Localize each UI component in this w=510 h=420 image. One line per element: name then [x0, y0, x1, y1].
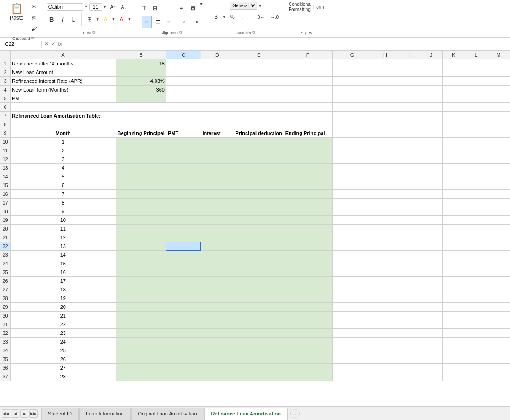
cell-C31[interactable] — [166, 320, 201, 329]
cell-G23[interactable] — [332, 251, 372, 259]
cell-L30[interactable] — [465, 312, 487, 320]
cell-E32[interactable] — [234, 329, 284, 338]
cell-A31[interactable]: 22 — [11, 320, 116, 329]
cell-E31[interactable] — [234, 320, 284, 329]
cell-I4[interactable] — [398, 86, 420, 94]
cell-B36[interactable] — [116, 364, 166, 372]
number-format-select[interactable]: General — [230, 2, 257, 10]
cell-F34[interactable] — [284, 346, 332, 355]
cell-M36[interactable] — [487, 364, 510, 372]
cell-C18[interactable] — [166, 207, 201, 216]
add-sheet-button[interactable]: + — [290, 409, 300, 418]
cell-H12[interactable] — [372, 155, 398, 164]
cell-L13[interactable] — [465, 164, 487, 172]
format-painter-button[interactable]: 🖌 — [29, 24, 39, 34]
cell-D6[interactable] — [201, 103, 234, 112]
cell-K4[interactable] — [442, 86, 465, 94]
cell-I33[interactable] — [398, 338, 420, 346]
cell-H26[interactable] — [372, 277, 398, 285]
cell-I11[interactable] — [398, 146, 420, 155]
col-header-g[interactable]: G — [332, 51, 372, 59]
cell-L8[interactable] — [465, 120, 487, 129]
cell-B19[interactable] — [116, 216, 166, 225]
function-icon[interactable]: fx — [58, 40, 62, 47]
cell-K17[interactable] — [442, 199, 465, 207]
cell-L32[interactable] — [465, 329, 487, 338]
row-header-29[interactable]: 29 — [0, 303, 11, 312]
cell-H31[interactable] — [372, 320, 398, 329]
cell-L33[interactable] — [465, 338, 487, 346]
cell-A5[interactable]: PMT — [11, 94, 116, 103]
cell-J28[interactable] — [420, 294, 443, 303]
formula-input[interactable] — [64, 41, 510, 47]
cell-C17[interactable] — [166, 199, 201, 207]
row-header-36[interactable]: 36 — [0, 364, 11, 372]
alignment-expand-icon[interactable]: ⧉ — [179, 30, 182, 35]
cell-G18[interactable] — [332, 207, 372, 216]
cell-G33[interactable] — [332, 338, 372, 346]
cell-H30[interactable] — [372, 312, 398, 320]
cell-A7[interactable]: Refinanced Loan Amortisation Table: — [11, 112, 116, 120]
cell-C11[interactable] — [166, 146, 201, 155]
cell-L23[interactable] — [465, 251, 487, 259]
cell-D23[interactable] — [201, 251, 234, 259]
cell-I28[interactable] — [398, 294, 420, 303]
cell-I32[interactable] — [398, 329, 420, 338]
cell-B6[interactable] — [116, 103, 166, 112]
wrap-text-button[interactable]: ↵ — [177, 2, 187, 15]
cell-K12[interactable] — [442, 155, 465, 164]
cell-H37[interactable] — [372, 372, 398, 381]
cell-J33[interactable] — [420, 338, 443, 346]
cell-A30[interactable]: 21 — [11, 312, 116, 320]
cell-C6[interactable] — [166, 103, 201, 112]
cell-D24[interactable] — [201, 259, 234, 268]
cell-K33[interactable] — [442, 338, 465, 346]
cell-B16[interactable] — [116, 190, 166, 199]
cell-M19[interactable] — [487, 216, 510, 225]
font-name-dropdown-icon[interactable]: ▼ — [84, 5, 88, 9]
cell-L26[interactable] — [465, 277, 487, 285]
cell-G31[interactable] — [332, 320, 372, 329]
cell-G6[interactable] — [332, 103, 372, 112]
cell-D25[interactable] — [201, 268, 234, 277]
col-header-c[interactable]: C — [166, 51, 201, 59]
cell-I25[interactable] — [398, 268, 420, 277]
cell-D7[interactable] — [201, 112, 234, 120]
cell-D5[interactable] — [201, 94, 234, 103]
cell-D20[interactable] — [201, 225, 234, 233]
cell-G32[interactable] — [332, 329, 372, 338]
cell-H8[interactable] — [372, 120, 398, 129]
cell-D9[interactable]: Interest — [201, 129, 234, 138]
cell-C8[interactable] — [166, 120, 201, 129]
cell-L35[interactable] — [465, 355, 487, 364]
cell-A11[interactable]: 2 — [11, 146, 116, 155]
cell-A1[interactable]: Refinanced after 'X' months — [11, 59, 116, 68]
cell-E24[interactable] — [234, 259, 284, 268]
sheet-tab-loan-information[interactable]: Loan Information — [79, 408, 131, 420]
cell-I6[interactable] — [398, 103, 420, 112]
cell-A13[interactable]: 4 — [11, 164, 116, 172]
cell-G7[interactable] — [332, 112, 372, 120]
col-header-k[interactable]: K — [442, 51, 465, 59]
cell-D1[interactable] — [201, 59, 234, 68]
cell-C4[interactable] — [166, 86, 201, 94]
row-header-12[interactable]: 12 — [0, 155, 11, 164]
cell-H4[interactable] — [372, 86, 398, 94]
cell-G22[interactable] — [332, 242, 372, 251]
cell-L29[interactable] — [465, 303, 487, 312]
cell-B22[interactable] — [116, 242, 166, 251]
cell-E20[interactable] — [234, 225, 284, 233]
cell-D11[interactable] — [201, 146, 234, 155]
cell-M21[interactable] — [487, 233, 510, 242]
cell-F11[interactable] — [284, 146, 332, 155]
cell-E29[interactable] — [234, 303, 284, 312]
cell-M20[interactable] — [487, 225, 510, 233]
cell-D22[interactable] — [201, 242, 234, 251]
cell-D29[interactable] — [201, 303, 234, 312]
cell-G1[interactable] — [332, 59, 372, 68]
cell-B18[interactable] — [116, 207, 166, 216]
col-header-b[interactable]: B — [116, 51, 166, 59]
font-size-dropdown-icon[interactable]: ▼ — [103, 5, 107, 9]
cell-M2[interactable] — [487, 68, 510, 77]
cell-E26[interactable] — [234, 277, 284, 285]
